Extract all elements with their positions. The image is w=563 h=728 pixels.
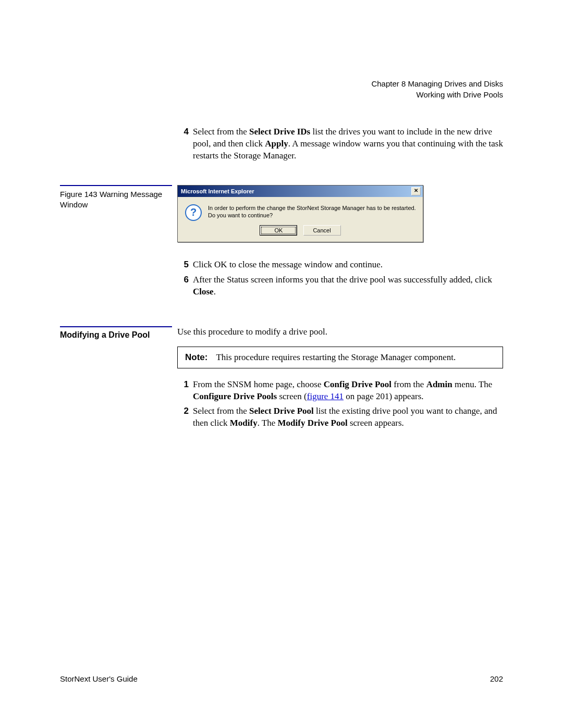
step-number: 2 [177,405,193,429]
chapter-title: Chapter 8 Managing Drives and Disks [60,78,503,89]
step-5: 5 Click OK to close the message window a… [177,259,503,271]
step-6: 6 After the Status screen informs you th… [177,274,503,298]
step-2: 2 Select from the Select Drive Pool list… [177,405,503,429]
running-header: Chapter 8 Managing Drives and Disks Work… [60,78,503,100]
ie-dialog: Microsoft Internet Explorer ✕ ? In order… [177,185,423,242]
close-icon[interactable]: ✕ [411,187,421,195]
step-body: Click OK to close the message window and… [193,259,503,271]
step-body: Select from the Select Drive Pool list t… [193,405,503,429]
step-number: 5 [177,259,193,271]
step-4: 4 Select from the Select Drive IDs list … [177,126,503,162]
dialog-buttons: OK Cancel [178,224,423,242]
page-number: 202 [490,674,503,683]
section-title: Working with Drive Pools [60,89,503,100]
figure-141-link[interactable]: figure 141 [307,391,344,401]
note-text: This procedure requires restarting the S… [216,352,495,363]
step-number: 1 [177,379,193,403]
page-footer: StorNext User's Guide 202 [60,674,503,683]
dialog-message: In order to perform the change the StorN… [208,204,417,219]
row-step4: 4 Select from the Select Drive IDs list … [60,126,503,165]
figure-caption: Figure 143 Warning Message Window [60,185,172,211]
note-label: Note: [185,352,216,363]
dialog-title: Microsoft Internet Explorer [181,188,254,194]
note-box: Note: This procedure requires restarting… [177,347,503,368]
section-heading: Modifying a Drive Pool [60,326,172,340]
step-body: From the SNSM home page, choose Config D… [193,379,503,403]
row-figure: Figure 143 Warning Message Window Micros… [60,185,503,242]
step-number: 6 [177,274,193,298]
cancel-button[interactable]: Cancel [303,225,341,236]
step-body: Select from the Select Drive IDs list th… [193,126,503,162]
dialog-screenshot: Microsoft Internet Explorer ✕ ? In order… [177,185,503,242]
row-steps-5-6: 5 Click OK to close the message window a… [60,259,503,301]
row-modifying: Modifying a Drive Pool Use this procedur… [60,326,503,433]
section-intro: Use this procedure to modify a drive poo… [177,326,503,338]
guide-name: StorNext User's Guide [60,674,138,683]
step-body: After the Status screen informs you that… [193,274,503,298]
step-number: 4 [177,126,193,162]
dialog-titlebar: Microsoft Internet Explorer ✕ [178,186,423,197]
step-1: 1 From the SNSM home page, choose Config… [177,379,503,403]
ok-button[interactable]: OK [260,225,297,236]
question-icon: ? [185,204,201,220]
page: Chapter 8 Managing Drives and Disks Work… [0,0,563,728]
dialog-body: ? In order to perform the change the Sto… [178,197,423,224]
